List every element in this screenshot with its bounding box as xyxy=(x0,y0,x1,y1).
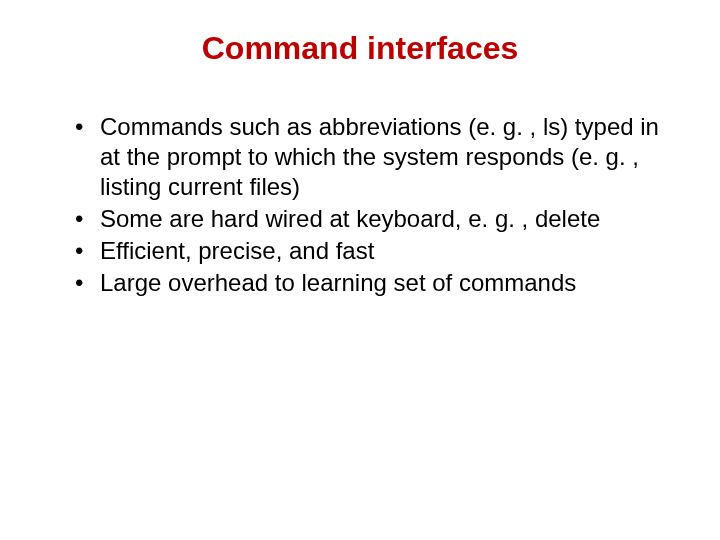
bullet-item: Efficient, precise, and fast xyxy=(80,236,670,266)
bullet-item: Some are hard wired at keyboard, e. g. ,… xyxy=(80,204,670,234)
bullet-item: Commands such as abbreviations (e. g. , … xyxy=(80,112,670,202)
bullet-list: Commands such as abbreviations (e. g. , … xyxy=(50,112,670,298)
slide-title: Command interfaces xyxy=(50,30,670,67)
bullet-item: Large overhead to learning set of comman… xyxy=(80,268,670,298)
slide-container: Command interfaces Commands such as abbr… xyxy=(0,0,720,330)
